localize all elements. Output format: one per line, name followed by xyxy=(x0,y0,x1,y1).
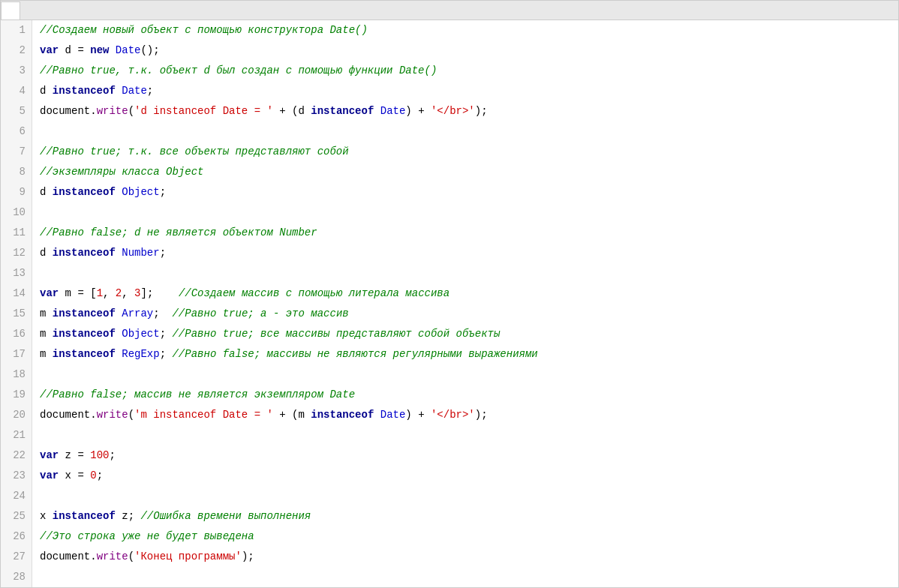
plain-token: z = xyxy=(59,446,90,466)
line-numbers: 1234567891011121314151617181920212223242… xyxy=(1,20,32,587)
code-line xyxy=(40,425,898,446)
keyword-token: instanceof xyxy=(53,344,116,364)
plain-token: ); xyxy=(475,405,488,425)
plain-token xyxy=(116,324,122,344)
code-line: //Это строка уже не будет выведена xyxy=(40,526,898,547)
line-number: 27 xyxy=(1,547,32,567)
constructor-token: Object xyxy=(122,324,159,344)
code-line xyxy=(40,263,898,284)
plain-token: ); xyxy=(242,547,254,567)
code-line: var z = 100; xyxy=(40,446,898,466)
comment-token: //Это строка уже не будет выведена xyxy=(40,526,254,547)
plain-token: ) + xyxy=(405,405,431,425)
code-line: //Создаем новый объект с помощью констру… xyxy=(40,20,898,40)
line-number: 11 xyxy=(1,223,32,243)
line-number: 5 xyxy=(1,101,32,122)
comment-token: //экземпляры класса Object xyxy=(40,162,203,182)
plain-token xyxy=(116,182,122,202)
code-line: //Равно true; т.к. все объекты представл… xyxy=(40,142,898,162)
plain-token: m xyxy=(40,344,53,364)
keyword-token: new xyxy=(90,40,109,61)
plain-token: (); xyxy=(140,40,159,61)
code-line: x instanceof z; //Ошибка времени выполне… xyxy=(40,506,898,526)
comment-token: //Создаем массив с помощью литерала масс… xyxy=(179,284,450,304)
line-number: 14 xyxy=(1,284,32,304)
line-number: 17 xyxy=(1,344,32,364)
plain-token: ]; xyxy=(140,284,178,304)
keyword-token: instanceof xyxy=(53,182,116,202)
code-content: //Создаем новый объект с помощью констру… xyxy=(32,20,898,587)
line-number: 10 xyxy=(1,202,32,223)
string-token: '</br>' xyxy=(431,101,475,122)
comment-token: //Равно false; d не является объектом Nu… xyxy=(40,223,317,243)
plain-token: ; xyxy=(160,243,166,263)
plain-token xyxy=(116,344,122,364)
file-tab[interactable] xyxy=(1,2,20,20)
number-token: 2 xyxy=(116,284,122,304)
plain-token: ; xyxy=(160,344,173,364)
line-number: 28 xyxy=(1,567,32,587)
plain-token: ) + xyxy=(405,101,431,122)
code-area: 1234567891011121314151617181920212223242… xyxy=(1,20,898,587)
code-line xyxy=(40,567,898,587)
code-line xyxy=(40,122,898,142)
code-line: var d = new Date(); xyxy=(40,40,898,61)
line-number: 15 xyxy=(1,304,32,324)
line-number: 19 xyxy=(1,385,32,405)
plain-token: m xyxy=(40,304,53,324)
plain-token: ; xyxy=(97,466,103,486)
line-number: 18 xyxy=(1,364,32,385)
comment-token: //Равно false; массивы не являются регул… xyxy=(172,344,537,364)
number-token: 1 xyxy=(97,284,103,304)
line-number: 12 xyxy=(1,243,32,263)
plain-token: , xyxy=(103,284,116,304)
comment-token: //Ошибка времени выполнения xyxy=(140,506,311,526)
plain-token xyxy=(116,81,122,101)
plain-token xyxy=(374,405,380,425)
plain-token: x = xyxy=(59,466,90,486)
number-token: 0 xyxy=(90,466,96,486)
plain-token xyxy=(116,243,122,263)
line-number: 25 xyxy=(1,506,32,526)
plain-token xyxy=(116,304,122,324)
keyword-token: instanceof xyxy=(311,101,374,122)
method-token: write xyxy=(97,547,128,567)
code-line: m instanceof Object; //Равно true; все м… xyxy=(40,324,898,344)
code-line: //экземпляры класса Object xyxy=(40,162,898,182)
plain-token: d xyxy=(40,243,53,263)
code-line: d instanceof Object; xyxy=(40,182,898,202)
plain-token: , xyxy=(122,284,134,304)
plain-token: ( xyxy=(128,405,134,425)
comment-token: //Равно true, т.к. объект d был создан с… xyxy=(40,61,437,81)
keyword-token: instanceof xyxy=(53,324,116,344)
code-line: document.write('d instanceof Date = ' + … xyxy=(40,101,898,122)
keyword-token: instanceof xyxy=(53,243,116,263)
code-line: var m = [1, 2, 3]; //Создаем массив с по… xyxy=(40,284,898,304)
keyword-token: var xyxy=(40,446,59,466)
line-number: 9 xyxy=(1,182,32,202)
line-number: 6 xyxy=(1,122,32,142)
plain-token: m = [ xyxy=(59,284,96,304)
plain-token: ); xyxy=(475,101,488,122)
line-number: 1 xyxy=(1,20,32,40)
plain-token: document. xyxy=(40,101,97,122)
code-line: m instanceof RegExp; //Равно false; масс… xyxy=(40,344,898,364)
plain-token: d = xyxy=(59,40,90,61)
plain-token xyxy=(109,40,115,61)
code-line: d instanceof Number; xyxy=(40,243,898,263)
comment-token: //Равно true; а - это массив xyxy=(172,304,348,324)
line-number: 16 xyxy=(1,324,32,344)
constructor-token: Object xyxy=(122,182,159,202)
method-token: write xyxy=(97,405,128,425)
line-number: 2 xyxy=(1,40,32,61)
plain-token: + (m xyxy=(273,405,311,425)
plain-token: m xyxy=(40,324,53,344)
constructor-token: Array xyxy=(122,304,153,324)
plain-token: document. xyxy=(40,547,97,567)
plain-token: ; xyxy=(160,182,166,202)
code-line: document.write('m instanceof Date = ' + … xyxy=(40,405,898,425)
constructor-token: RegExp xyxy=(122,344,159,364)
plain-token: ; xyxy=(160,324,173,344)
code-line xyxy=(40,202,898,223)
plain-token: document. xyxy=(40,405,97,425)
